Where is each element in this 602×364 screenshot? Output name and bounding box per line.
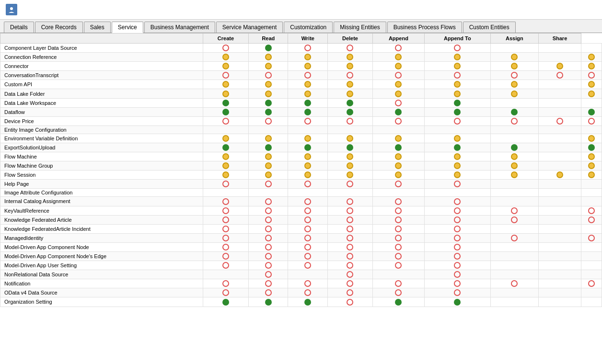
permission-cell[interactable] bbox=[288, 53, 328, 62]
permission-cell[interactable] bbox=[249, 80, 288, 89]
permission-cell[interactable] bbox=[539, 80, 581, 89]
permission-cell[interactable] bbox=[288, 279, 328, 288]
permission-cell[interactable] bbox=[490, 180, 538, 189]
permission-cell[interactable] bbox=[328, 197, 373, 206]
permission-cell[interactable] bbox=[581, 297, 602, 307]
permission-cell[interactable] bbox=[490, 288, 538, 297]
permission-cell[interactable] bbox=[425, 116, 491, 125]
permission-cell[interactable] bbox=[249, 62, 288, 71]
permission-cell[interactable] bbox=[539, 161, 581, 171]
permission-cell[interactable] bbox=[288, 152, 328, 161]
permission-cell[interactable] bbox=[372, 297, 424, 307]
permission-cell[interactable] bbox=[288, 224, 328, 233]
permission-cell[interactable] bbox=[372, 71, 424, 80]
tab-core-records[interactable]: Core Records bbox=[35, 22, 83, 33]
permission-cell[interactable] bbox=[249, 233, 288, 242]
permission-cell[interactable] bbox=[372, 242, 424, 251]
permission-cell[interactable] bbox=[288, 98, 328, 107]
permission-cell[interactable] bbox=[288, 180, 328, 189]
permission-cell[interactable] bbox=[249, 125, 288, 134]
permission-cell[interactable] bbox=[249, 189, 288, 197]
permission-cell[interactable] bbox=[288, 134, 328, 143]
tab-custom-entities[interactable]: Custom Entities bbox=[463, 22, 516, 33]
tab-missing-entities[interactable]: Missing Entities bbox=[334, 22, 386, 33]
permission-cell[interactable] bbox=[581, 197, 602, 206]
permission-cell[interactable] bbox=[328, 107, 373, 116]
permission-cell[interactable] bbox=[425, 53, 491, 62]
permission-cell[interactable] bbox=[425, 233, 491, 242]
permission-cell[interactable] bbox=[288, 107, 328, 116]
permission-cell[interactable] bbox=[288, 161, 328, 171]
permission-cell[interactable] bbox=[328, 224, 373, 233]
permission-cell[interactable] bbox=[372, 270, 424, 279]
permission-cell[interactable] bbox=[425, 44, 491, 53]
permission-cell[interactable] bbox=[328, 62, 373, 71]
permission-cell[interactable] bbox=[490, 279, 538, 288]
permission-cell[interactable] bbox=[539, 107, 581, 116]
permission-cell[interactable] bbox=[425, 261, 491, 270]
permission-cell[interactable] bbox=[249, 261, 288, 270]
permission-cell[interactable] bbox=[203, 279, 249, 288]
permission-cell[interactable] bbox=[249, 279, 288, 288]
permission-cell[interactable] bbox=[425, 80, 491, 89]
permission-cell[interactable] bbox=[490, 71, 538, 80]
permission-cell[interactable] bbox=[328, 71, 373, 80]
permission-cell[interactable] bbox=[288, 80, 328, 89]
permission-cell[interactable] bbox=[372, 107, 424, 116]
permission-cell[interactable] bbox=[372, 143, 424, 152]
permission-cell[interactable] bbox=[288, 215, 328, 224]
permission-cell[interactable] bbox=[372, 288, 424, 297]
permission-cell[interactable] bbox=[328, 98, 373, 107]
permission-cell[interactable] bbox=[203, 180, 249, 189]
permission-cell[interactable] bbox=[203, 107, 249, 116]
permission-cell[interactable] bbox=[581, 44, 602, 53]
permission-cell[interactable] bbox=[203, 125, 249, 134]
permission-cell[interactable] bbox=[490, 161, 538, 171]
permission-cell[interactable] bbox=[203, 134, 249, 143]
permission-cell[interactable] bbox=[490, 297, 538, 307]
permission-cell[interactable] bbox=[249, 171, 288, 180]
permission-cell[interactable] bbox=[203, 71, 249, 80]
permission-cell[interactable] bbox=[288, 297, 328, 307]
permission-cell[interactable] bbox=[425, 189, 491, 197]
permission-cell[interactable] bbox=[581, 171, 602, 180]
permission-cell[interactable] bbox=[425, 251, 491, 261]
permission-cell[interactable] bbox=[490, 125, 538, 134]
permission-cell[interactable] bbox=[490, 224, 538, 233]
permission-cell[interactable] bbox=[203, 53, 249, 62]
permission-cell[interactable] bbox=[372, 251, 424, 261]
permission-cell[interactable] bbox=[581, 143, 602, 152]
permission-cell[interactable] bbox=[539, 62, 581, 71]
permission-cell[interactable] bbox=[372, 206, 424, 215]
permission-cell[interactable] bbox=[539, 279, 581, 288]
permission-cell[interactable] bbox=[490, 53, 538, 62]
permission-cell[interactable] bbox=[203, 62, 249, 71]
permission-cell[interactable] bbox=[203, 80, 249, 89]
permission-cell[interactable] bbox=[425, 62, 491, 71]
tab-sales[interactable]: Sales bbox=[84, 22, 111, 33]
permission-cell[interactable] bbox=[372, 98, 424, 107]
permission-cell[interactable] bbox=[581, 261, 602, 270]
permission-cell[interactable] bbox=[288, 89, 328, 98]
permission-cell[interactable] bbox=[328, 261, 373, 270]
permission-cell[interactable] bbox=[372, 189, 424, 197]
permission-cell[interactable] bbox=[539, 233, 581, 242]
permission-cell[interactable] bbox=[203, 242, 249, 251]
permission-cell[interactable] bbox=[581, 288, 602, 297]
permission-cell[interactable] bbox=[328, 125, 373, 134]
permission-cell[interactable] bbox=[328, 215, 373, 224]
permission-cell[interactable] bbox=[490, 171, 538, 180]
permission-cell[interactable] bbox=[425, 224, 491, 233]
permission-cell[interactable] bbox=[328, 233, 373, 242]
permission-cell[interactable] bbox=[539, 189, 581, 197]
tab-business-management[interactable]: Business Management bbox=[144, 22, 215, 33]
permission-cell[interactable] bbox=[249, 44, 288, 53]
permission-cell[interactable] bbox=[539, 180, 581, 189]
permission-cell[interactable] bbox=[581, 116, 602, 125]
permission-cell[interactable] bbox=[249, 206, 288, 215]
permission-cell[interactable] bbox=[581, 180, 602, 189]
permission-cell[interactable] bbox=[490, 80, 538, 89]
permission-cell[interactable] bbox=[539, 71, 581, 80]
permission-cell[interactable] bbox=[581, 89, 602, 98]
permission-cell[interactable] bbox=[425, 180, 491, 189]
